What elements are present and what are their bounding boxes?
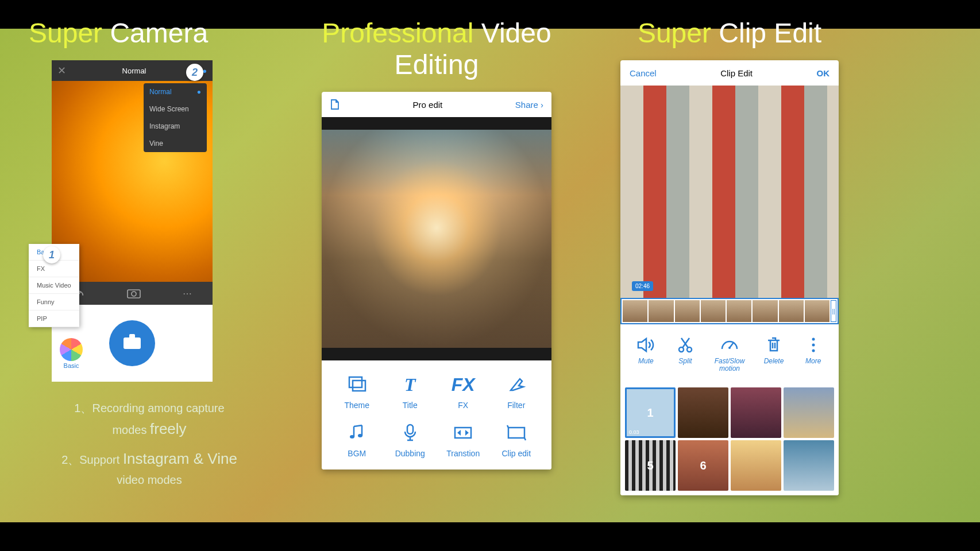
tool-theme[interactable]: Theme (333, 372, 381, 410)
phone-mock-camera: ✕ Normal ● 0 Normal● Wide Screen Instagr… (52, 60, 213, 382)
action-more-label: More (805, 358, 821, 365)
tool-fx-label: FX (458, 401, 468, 410)
clip-thumb-7[interactable] (731, 440, 781, 491)
panel1-title-rest: Camera (110, 18, 208, 48)
clipedit-header: Cancel Clip Edit OK (620, 60, 839, 86)
clip-preview[interactable]: 02:46 (620, 86, 839, 298)
more-icon[interactable]: ⋯ (183, 288, 192, 299)
color-wheel-icon (60, 338, 83, 361)
time-badge: 02:46 (632, 281, 653, 291)
tool-transition-label: Transtion (446, 449, 480, 458)
panel3-title: Super Clip Edit (609, 11, 850, 60)
svg-point-1 (132, 292, 136, 296)
tool-theme-label: Theme (344, 401, 369, 410)
proedit-title: Pro edit (413, 100, 443, 110)
panel1-title-highlight: Super (29, 18, 102, 48)
action-split[interactable]: Split (675, 335, 696, 372)
clip-thumb-5[interactable]: 5 (625, 440, 676, 491)
phone-mock-proedit: Pro edit Share › Theme T Title FX FX Fil… (322, 92, 551, 469)
svg-point-14 (812, 350, 815, 352)
timeline-handle[interactable]: || (831, 300, 836, 322)
dropdown-item-widescreen[interactable]: Wide Screen (144, 100, 207, 118)
panel3-title-highlight: Super (638, 18, 711, 48)
side-menu-funny[interactable]: Funny (29, 294, 79, 311)
document-icon[interactable] (330, 99, 340, 110)
proedit-header: Pro edit Share › (322, 92, 551, 117)
video-preview[interactable] (322, 130, 551, 348)
action-fastslow[interactable]: Fast/Slow motion (715, 335, 745, 372)
tool-filter-label: Filter (507, 401, 525, 410)
share-button[interactable]: Share › (515, 100, 543, 110)
clip-thumb-4[interactable] (784, 387, 834, 438)
callout-badge-1: 1 (43, 246, 60, 263)
basic-mode-button[interactable]: Basic (60, 338, 83, 369)
theme-icon (344, 372, 369, 397)
svg-point-12 (812, 338, 815, 341)
svg-rect-3 (353, 381, 365, 391)
clipedit-icon (504, 420, 529, 445)
basic-label: Basic (64, 362, 79, 369)
mute-icon (635, 335, 656, 355)
svg-rect-8 (508, 428, 524, 438)
svg-point-4 (350, 435, 354, 439)
cancel-button[interactable]: Cancel (630, 68, 657, 78)
more-icon (803, 335, 824, 355)
tool-dubbing[interactable]: Dubbing (387, 420, 434, 458)
svg-point-13 (812, 344, 815, 347)
panel1-caption: 1、Recording among capture modes freely 2… (29, 399, 270, 489)
close-icon[interactable]: ✕ (57, 64, 66, 77)
clip-thumb-6[interactable]: 6 (678, 440, 728, 491)
action-fastslow-label: Fast/Slow motion (715, 358, 745, 372)
svg-rect-0 (128, 290, 140, 298)
speed-icon (719, 335, 740, 355)
action-delete[interactable]: Delete (763, 335, 784, 372)
svg-rect-2 (349, 377, 362, 387)
camera-switch-icon[interactable] (126, 287, 141, 300)
side-menu-pip[interactable]: PIP (29, 311, 79, 327)
clip-thumb-8[interactable] (784, 440, 834, 491)
action-delete-label: Delete (764, 358, 784, 365)
svg-rect-6 (407, 425, 413, 434)
timeline[interactable]: || (620, 298, 839, 324)
tool-clipedit[interactable]: Clip edit (493, 420, 541, 458)
dropdown-item-instagram[interactable]: Instagram (144, 118, 207, 135)
action-split-label: Split (678, 358, 692, 365)
side-menu-music-video[interactable]: Music Video (29, 277, 79, 294)
clip-thumb-1[interactable]: 10.03 (625, 387, 676, 438)
callout-badge-2: 2 (186, 64, 203, 81)
tool-grid: Theme T Title FX FX Filter BGM Dubbing (322, 360, 551, 469)
ok-button[interactable]: OK (817, 68, 830, 78)
panel1-title: Super Camera (29, 11, 270, 60)
action-mute-label: Mute (638, 358, 654, 365)
panel2-title-highlight: Professional (322, 18, 473, 48)
delete-icon (763, 335, 784, 355)
panel-clip-edit: Super Clip Edit Cancel Clip Edit OK 02:4… (609, 11, 850, 495)
tool-dubbing-label: Dubbing (395, 449, 425, 458)
transition-icon (450, 420, 476, 445)
clip-thumb-2[interactable] (678, 387, 728, 438)
tool-clipedit-label: Clip edit (501, 449, 531, 458)
action-more[interactable]: More (803, 335, 824, 372)
video-letterbox-bottom (322, 348, 551, 360)
panel3-title-rest: Clip Edit (719, 18, 821, 48)
dubbing-icon (398, 420, 423, 445)
action-bar: Mute Split Fast/Slow motion Delete More (620, 324, 839, 383)
clip-thumb-3[interactable] (731, 387, 781, 438)
clip-grid: 10.03 5 6 (620, 383, 839, 495)
tool-title[interactable]: T Title (387, 372, 434, 410)
svg-point-5 (358, 434, 362, 437)
dropdown-item-normal[interactable]: Normal● (144, 83, 207, 100)
tool-filter[interactable]: Filter (493, 372, 541, 410)
tool-transition[interactable]: Transtion (439, 420, 487, 458)
shutter-button[interactable] (109, 320, 155, 366)
fx-icon: FX (450, 372, 476, 397)
tool-bgm[interactable]: BGM (333, 420, 381, 458)
tool-fx[interactable]: FX FX (439, 372, 487, 410)
dropdown-item-vine[interactable]: Vine (144, 135, 207, 152)
panel2-title: Professional Video Editing (304, 11, 569, 92)
video-letterbox-top (322, 117, 551, 130)
bgm-icon (344, 420, 369, 445)
split-icon (675, 335, 696, 355)
camera-mode-label[interactable]: Normal (122, 67, 146, 75)
action-mute[interactable]: Mute (635, 335, 656, 372)
